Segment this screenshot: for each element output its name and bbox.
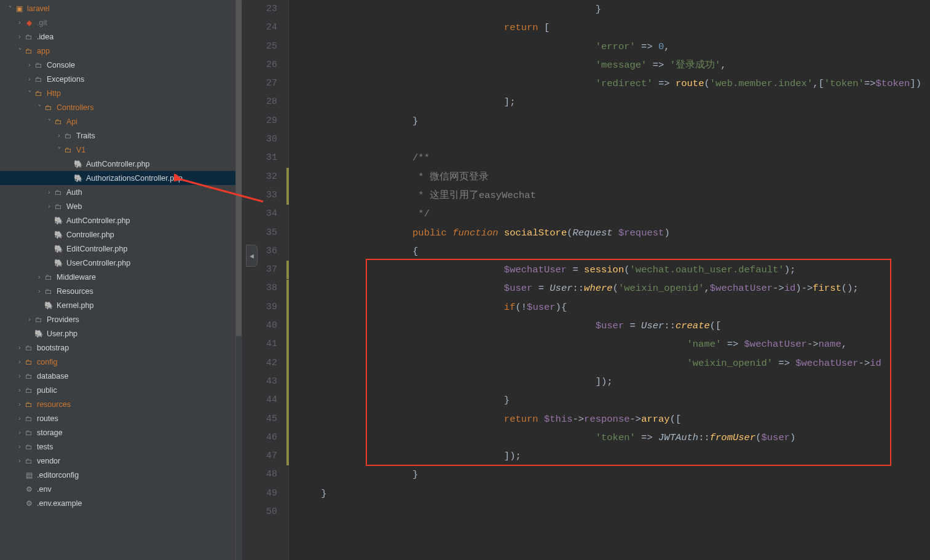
folder-icon: 🗀 [53, 187, 64, 198]
code-line-28[interactable]: ]; [298, 93, 930, 111]
tree-item-user-php[interactable]: 🐘User.php [0, 326, 242, 341]
tree-arrow-icon[interactable]: › [55, 132, 63, 139]
tree-item-exceptions[interactable]: ›🗀Exceptions [0, 72, 242, 86]
code-line-38[interactable]: $user = User::where('weixin_openid',$wec… [298, 279, 930, 298]
tree-item-resources[interactable]: ›🗀resources [0, 397, 242, 411]
code-line-32[interactable]: * 微信网页登录 [298, 168, 930, 186]
tree-item-database[interactable]: ›🗀database [0, 369, 242, 383]
code-line-44[interactable]: } [298, 391, 930, 409]
tree-arrow-icon[interactable]: › [26, 76, 33, 82]
tree-arrow-icon[interactable]: › [16, 33, 23, 40]
tree-arrow-icon[interactable]: › [45, 189, 53, 195]
tree-item-kernel-php[interactable]: 🐘Kernel.php [0, 298, 242, 312]
tree-item-editcontroller-php[interactable]: 🐘EditController.php [0, 242, 242, 256]
code-line-41[interactable]: 'name' => $wechatUser->name, [298, 335, 930, 353]
tree-arrow-icon[interactable]: › [36, 274, 43, 280]
code-line-34[interactable]: */ [298, 205, 930, 223]
tree-arrow-icon[interactable]: ˅ [55, 146, 63, 153]
code-line-36[interactable]: { [298, 242, 930, 261]
tree-item-config[interactable]: ›🗀config [0, 355, 242, 369]
code-line-35[interactable]: public function socialStore(Request $req… [298, 224, 930, 242]
tree-item-storage[interactable]: ›🗀storage [0, 425, 242, 440]
tree-item-routes[interactable]: ›🗀routes [0, 411, 242, 425]
tree-item-traits[interactable]: ›🗀Traits [0, 128, 242, 143]
tree-item-auth[interactable]: ›🗀Auth [0, 185, 242, 199]
tree-arrow-icon[interactable]: › [16, 387, 23, 393]
code-line-48[interactable]: } [298, 465, 930, 484]
tree-arrow-icon[interactable]: ˅ [16, 47, 23, 54]
tree-arrow-icon[interactable]: › [45, 203, 53, 210]
tree-item-usercontroller-php[interactable]: 🐘UserController.php [0, 256, 242, 270]
tree-arrow-icon[interactable]: › [26, 61, 33, 68]
tree-arrow-icon[interactable]: › [26, 316, 33, 323]
tree-item-api[interactable]: ˅🗀Api [0, 114, 242, 128]
code-line-37[interactable]: $wechatUser = session('wechat.oauth_user… [298, 261, 930, 279]
tree-item--idea[interactable]: ›🗀.idea [0, 30, 242, 44]
code-line-27[interactable]: 'redirect' => route('web.member.index',[… [298, 74, 930, 93]
php-file-icon: 🐘 [53, 229, 64, 240]
code-line-43[interactable]: ]); [298, 373, 930, 391]
tree-item-middleware[interactable]: ›🗀Middleware [0, 270, 242, 284]
tree-arrow-icon[interactable]: › [16, 373, 23, 379]
code-area[interactable]: } return [ 'error' => 0, 'message' => '登… [289, 0, 930, 560]
sidebar-scrollbar[interactable] [235, 0, 242, 560]
tree-item-authcontroller-php[interactable]: 🐘AuthController.php [0, 157, 242, 171]
tree-item-authcontroller-php[interactable]: 🐘AuthController.php [0, 213, 242, 227]
line-number: 39 [243, 298, 277, 317]
tree-arrow-icon[interactable]: ˅ [6, 5, 14, 12]
code-line-39[interactable]: if(!$user){ [298, 298, 930, 317]
tree-item-controller-php[interactable]: 🐘Controller.php [0, 227, 242, 242]
tree-arrow-icon[interactable]: ˅ [45, 118, 53, 125]
tree-item-controllers[interactable]: ˅🗀Controllers [0, 100, 242, 114]
tree-arrow-icon[interactable]: ˅ [26, 90, 33, 97]
tree-label: Http [47, 89, 61, 98]
tree-arrow-icon[interactable]: › [16, 401, 23, 408]
code-line-30[interactable] [298, 130, 930, 149]
tree-arrow-icon[interactable]: › [36, 288, 43, 294]
code-line-31[interactable]: /** [298, 149, 930, 167]
tree-item-providers[interactable]: ›🗀Providers [0, 312, 242, 326]
code-line-50[interactable] [298, 503, 930, 521]
scrollbar-thumb[interactable] [236, 0, 242, 336]
tree-item--env-example[interactable]: ⚙.env.example [0, 496, 242, 510]
tree-arrow-icon[interactable]: › [16, 457, 23, 464]
code-line-26[interactable]: 'message' => '登录成功', [298, 56, 930, 74]
tree-arrow-icon[interactable]: › [16, 344, 23, 351]
tree-arrow-icon[interactable]: › [16, 19, 23, 26]
tree-item-bootstrap[interactable]: ›🗀bootstrap [0, 341, 242, 355]
tree-item-v1[interactable]: ˅🗀V1 [0, 143, 242, 157]
code-line-40[interactable]: $user = User::create([ [298, 317, 930, 335]
sidebar-collapse-handle[interactable]: ◀ [246, 245, 258, 267]
tree-item-public[interactable]: ›🗀public [0, 383, 242, 397]
code-line-46[interactable]: 'token' => JWTAuth::fromUser($user) [298, 428, 930, 447]
tree-item-tests[interactable]: ›🗀tests [0, 440, 242, 454]
tree-arrow-icon[interactable]: › [16, 443, 23, 450]
tree-arrow-icon[interactable]: › [16, 415, 23, 422]
tree-item--editorconfig[interactable]: ▤.editorconfig [0, 468, 242, 482]
code-line-45[interactable]: return $this->response->array([ [298, 410, 930, 428]
tree-item-web[interactable]: ›🗀Web [0, 199, 242, 213]
tree-item-http[interactable]: ˅🗀Http [0, 86, 242, 100]
tree-item-resources[interactable]: ›🗀Resources [0, 284, 242, 298]
code-line-33[interactable]: * 这里引用了easyWechat [298, 186, 930, 205]
tree-item-laravel[interactable]: ˅▣laravel [0, 1, 242, 15]
code-line-42[interactable]: 'weixin_openid' => $wechatUser->id [298, 354, 930, 373]
tree-label: .env.example [37, 499, 82, 508]
tree-item-console[interactable]: ›🗀Console [0, 58, 242, 72]
tree-item-vendor[interactable]: ›🗀vendor [0, 454, 242, 468]
tree-item-authorizationscontroller-php[interactable]: 🐘AuthorizationsController.php [0, 171, 242, 185]
code-line-47[interactable]: ]); [298, 447, 930, 465]
code-editor[interactable]: 2324252627282930313233343536373839404142… [243, 0, 930, 560]
code-line-29[interactable]: } [298, 112, 930, 130]
tree-item--git[interactable]: ›◆.git [0, 15, 242, 30]
tree-arrow-icon[interactable]: › [16, 429, 23, 436]
code-line-24[interactable]: return [ [298, 18, 930, 37]
project-tree[interactable]: ˅▣laravel›◆.git›🗀.idea˅🗀app›🗀Console›🗀Ex… [0, 0, 243, 560]
code-line-23[interactable]: } [298, 0, 930, 18]
tree-item-app[interactable]: ˅🗀app [0, 44, 242, 58]
tree-arrow-icon[interactable]: ˅ [36, 104, 43, 111]
tree-item--env[interactable]: ⚙.env [0, 482, 242, 496]
code-line-49[interactable]: } [298, 484, 930, 503]
tree-arrow-icon[interactable]: › [16, 358, 23, 365]
code-line-25[interactable]: 'error' => 0, [298, 37, 930, 56]
